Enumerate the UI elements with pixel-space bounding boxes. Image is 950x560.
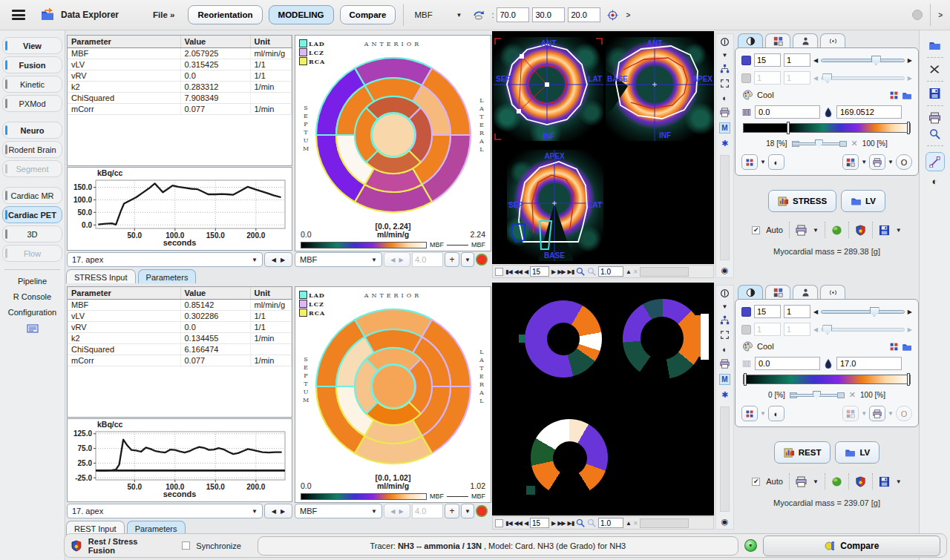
fast-forward-button[interactable]: ▶▶	[557, 269, 565, 275]
last-frame-button[interactable]: ▶▮	[568, 269, 574, 275]
first-frame-button[interactable]: ▮◀	[505, 269, 512, 275]
line-tool-button[interactable]	[926, 152, 945, 171]
layout-grid-caret[interactable]: ▼	[760, 410, 766, 417]
stress-percent-slider[interactable]	[792, 139, 847, 148]
stress-auto-checkbox[interactable]: ✔	[752, 226, 760, 234]
contrast-icon[interactable]: ◐	[722, 345, 727, 354]
stress-region-prev-next[interactable]: ◀▶	[264, 252, 292, 267]
fusion-icon[interactable]	[855, 225, 866, 236]
toolbar-right-chevron[interactable]: >	[938, 11, 943, 19]
file-menu[interactable]: File »	[153, 10, 174, 19]
zoom-out-icon[interactable]	[587, 518, 596, 527]
quick-compare-dropdown[interactable]: ▼	[744, 539, 757, 552]
stress-slice-total-field[interactable]	[784, 53, 810, 67]
close-button[interactable]: ✕	[633, 269, 638, 275]
grid-overlay-caret[interactable]: ▼	[861, 159, 867, 165]
stress-map-prev-next[interactable]: ◀▶	[384, 252, 410, 267]
invert-palette-icon[interactable]	[889, 90, 899, 100]
capture-button[interactable]	[869, 154, 885, 170]
3d-render-icon[interactable]	[831, 225, 842, 236]
print-report-caret[interactable]: ▼	[813, 478, 819, 485]
marker-target-icon[interactable]	[607, 10, 618, 21]
layout-single-icon[interactable]	[720, 289, 730, 298]
capture-caret[interactable]: ▼	[888, 410, 894, 417]
tab-patient[interactable]	[793, 285, 818, 299]
stress-map-scale-field[interactable]	[412, 252, 443, 267]
tree-view-icon[interactable]	[720, 64, 730, 73]
zoom-up-button[interactable]: ▲	[626, 520, 631, 527]
save-icon[interactable]	[928, 88, 941, 99]
toolbar-more-chevron[interactable]: >	[626, 11, 630, 19]
stress-frame-field[interactable]	[530, 266, 549, 277]
stress-bullseye-map[interactable]	[308, 50, 479, 222]
palette-options-icon[interactable]	[902, 342, 912, 352]
print-report-caret[interactable]: ▼	[813, 227, 819, 234]
rest-slice-total-field[interactable]	[784, 305, 810, 318]
rest-frame-field[interactable]	[530, 518, 549, 528]
stress-map-add-button[interactable]: +	[445, 252, 459, 267]
stress-map-dropdown[interactable]: ▼	[461, 252, 474, 267]
magnifier-icon[interactable]	[929, 128, 940, 139]
full-screen-icon[interactable]	[720, 330, 730, 340]
reorientation-button[interactable]: Reorientation	[188, 5, 262, 24]
rest-image-viewer[interactable]	[492, 283, 714, 515]
save-results-icon[interactable]	[879, 476, 890, 487]
more-layouts-icon[interactable]: ▼	[722, 303, 728, 310]
frame-right-arrow[interactable]: ▶	[908, 326, 912, 333]
tab-layout[interactable]	[765, 285, 790, 299]
menu-icon[interactable]	[12, 10, 25, 20]
rest-zoom-field[interactable]	[598, 518, 623, 528]
rest-map-add-button[interactable]: +	[445, 504, 459, 518]
load-icon[interactable]	[928, 39, 941, 51]
stress-horizontal-long-axis-view[interactable]: ANT BASE APEX INF	[606, 37, 714, 141]
more-layouts-icon[interactable]: ▼	[722, 52, 728, 59]
tab-signal[interactable]	[820, 33, 845, 47]
stress-lv-button[interactable]: LV	[841, 190, 885, 212]
prev-frame-button[interactable]: ◀	[524, 520, 528, 527]
star-tool-icon[interactable]: ✱	[721, 139, 728, 148]
slice-right-arrow[interactable]: ▶	[908, 57, 912, 64]
fast-forward-button[interactable]: ▶▶	[557, 520, 565, 527]
oval-roi-button[interactable]: O	[896, 406, 912, 421]
tab-patient[interactable]	[793, 33, 818, 47]
tab-layout[interactable]	[765, 33, 790, 47]
tab-color[interactable]	[738, 285, 763, 299]
stress-window-min-field[interactable]	[755, 105, 820, 119]
rest-map-scale-field[interactable]	[412, 504, 443, 518]
angle-field-1[interactable]	[497, 7, 529, 22]
threshold-droplet-icon[interactable]	[823, 107, 833, 118]
rest-vertical-long-axis-view[interactable]	[523, 415, 617, 508]
layout-single-icon[interactable]	[720, 37, 730, 47]
rest-window-colorbar[interactable]	[743, 375, 911, 384]
last-frame-button[interactable]: ▶▮	[568, 520, 574, 527]
capture-button[interactable]	[869, 406, 885, 421]
rest-short-axis-view[interactable]	[519, 294, 611, 386]
fusion-icon[interactable]	[855, 476, 866, 487]
stress-study-button[interactable]: STRESS	[768, 190, 836, 212]
palette-name[interactable]: Cool	[757, 342, 774, 351]
rest-map-select[interactable]: MBF▼	[295, 504, 382, 518]
save-results-caret[interactable]: ▼	[896, 478, 902, 485]
rest-percent-slider[interactable]	[790, 391, 845, 400]
layout-grid-button[interactable]	[741, 406, 758, 421]
layout-grid-button[interactable]	[741, 154, 758, 170]
rest-region-select[interactable]: 17. apex▼	[67, 504, 263, 518]
angle-field-3[interactable]	[568, 7, 600, 22]
print-report-icon[interactable]	[796, 476, 807, 487]
rest-bullseye-map[interactable]	[308, 301, 479, 473]
contrast-preset-button[interactable]: ◐	[768, 406, 784, 421]
prev-frame-button[interactable]: ◀	[524, 269, 528, 275]
stress-map-record-button[interactable]	[476, 254, 488, 266]
fast-rewind-button[interactable]: ◀◀	[514, 269, 522, 275]
marker-mode-button[interactable]: M	[719, 122, 730, 134]
slice-left-arrow[interactable]: ◀	[813, 309, 818, 315]
close-all-icon[interactable]	[929, 64, 940, 75]
grid-overlay-button[interactable]	[842, 154, 859, 170]
zoom-in-icon[interactable]	[576, 518, 585, 527]
tab-signal[interactable]	[820, 285, 845, 299]
tab-color[interactable]	[738, 33, 763, 47]
stress-image-viewer[interactable]: ANT SEP LAT INF ANT BASE APEX	[492, 31, 714, 264]
invert-palette-icon[interactable]	[889, 342, 899, 352]
print-icon[interactable]	[720, 359, 730, 369]
rest-frame-slider[interactable]	[821, 324, 905, 335]
